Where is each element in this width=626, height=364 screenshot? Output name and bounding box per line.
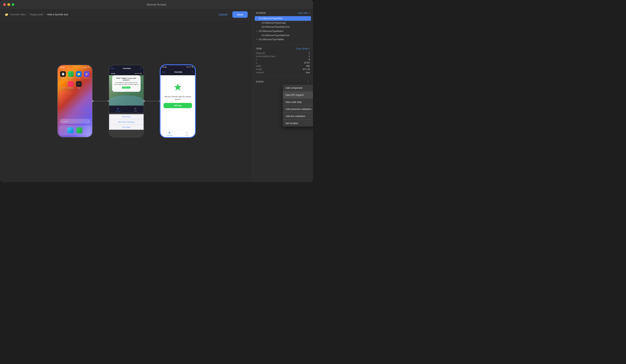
titlebar: Bytesalt Runpad	[0, 0, 313, 9]
phone2-title: Favorites	[123, 67, 131, 69]
phone-2[interactable]: Edit Favorites + 12:42 ●●● WiFi 🔋	[109, 65, 144, 137]
app-empty	[84, 81, 89, 89]
connector-dot-left-1	[92, 100, 94, 102]
phone2-tab-favorites[interactable]: ★ Favorites	[116, 107, 120, 112]
context-menu-separator-2	[283, 98, 313, 99]
item-section-header: ITEM Copy XPath ▾	[256, 47, 310, 50]
context-menu-separator-1	[283, 91, 313, 92]
prop-height: height 671.33	[256, 68, 310, 70]
phone1-app-grid-row2: Freeform WebOver.. H	[58, 80, 92, 90]
screen-section-header: SCREEN Copy XML ▾	[256, 12, 310, 14]
phone2-allow-once[interactable]: Allow Once	[109, 114, 144, 120]
xml-item-0[interactable]: ▼ XCUIElementTypeOther	[255, 16, 311, 21]
phone3-tab-favorites[interactable]: ★ Favorites	[167, 131, 173, 136]
xml-item-4[interactable]: XCUIElementTypeStaticText	[256, 33, 310, 38]
phone2-permission-popup: Allow "Alight" to use your location? You…	[112, 75, 141, 92]
close-button[interactable]	[3, 3, 6, 6]
breadcrumb-part2[interactable]: Happy path	[30, 13, 43, 16]
phone2-content: Edit Favorites + 12:42 ●●● WiFi 🔋	[109, 65, 144, 137]
phone2-dont-allow[interactable]: Don't Allow	[109, 125, 144, 130]
app-alight: H Alight	[76, 81, 82, 89]
main-layout: 📁 Favorite rides / Happy path / Add a fa…	[0, 9, 313, 182]
copy-xml-label: Copy XML	[298, 12, 308, 14]
phone3-tab-stops[interactable]: ⊙ Stops	[185, 131, 189, 136]
connector-dot-left-2	[143, 100, 145, 102]
app-shortcuts: ⚡ Shortcuts	[84, 71, 89, 79]
save-button[interactable]: Save	[232, 11, 248, 18]
context-menu-add-presence-validation[interactable]: Add presence validation	[283, 106, 313, 112]
popup-title: Allow "Alight" to use your location?	[114, 77, 139, 81]
prop-horizontalsizeclass: horizontalSizeClass 1	[256, 55, 310, 57]
connector-2	[144, 101, 160, 101]
breadcrumb-sep2: /	[45, 13, 45, 16]
phone2-allow-while-using[interactable]: Allow While Using App	[109, 120, 144, 125]
star-icon: ★	[173, 81, 182, 93]
phone3-content: 12:45 ●●● WiFi 🔋 Edit Favorites	[160, 65, 195, 137]
phone1-dock	[59, 125, 91, 135]
xml-item-3[interactable]: ▼ XCUIElementTypeButton	[256, 29, 310, 33]
prop-y: y 97.67	[256, 62, 310, 64]
item-section: ITEM Copy XPath ▾ displayID 1 horizontal…	[253, 44, 313, 77]
context-menu-add-text-validation[interactable]: Add text validation	[283, 113, 313, 120]
breadcrumb-part1[interactable]: Favorite rides	[10, 13, 26, 16]
steps-section: STEPS ⋮ Add component New API request Ne…	[253, 77, 313, 182]
context-menu: Add component New API request New code s…	[283, 85, 313, 126]
xml-item-1[interactable]: XCUIElementTypeImage	[256, 21, 310, 25]
favorites-empty-text: Add your favorite rides for quicker acce…	[163, 95, 192, 100]
context-menu-new-api-request[interactable]: New API request	[283, 92, 313, 98]
header-bar: 📁 Favorite rides / Happy path / Add a fa…	[0, 9, 252, 20]
xml-tree: ▼ XCUIElementTypeOther XCUIElementTypeIm…	[256, 16, 310, 41]
xml-item-2[interactable]: XCUIElementTypeStaticText	[256, 25, 310, 29]
phone3-edit: Edit	[162, 71, 165, 73]
context-menu-separator-4	[283, 113, 313, 113]
minimize-button[interactable]	[7, 3, 10, 6]
phone1-statusbar: 12:41 ▲ WiFi 🔋	[58, 65, 92, 70]
phone2-edit: Edit	[111, 68, 114, 69]
context-menu-new-code-step[interactable]: New code step	[283, 99, 313, 105]
phone-3[interactable]: 12:45 ●●● WiFi 🔋 Edit Favorites	[160, 65, 196, 137]
right-panel: SCREEN Copy XML ▾ ▼ XCUIElementTypeOther…	[252, 9, 313, 182]
chevron-down-icon-2: ▾	[309, 48, 310, 50]
item-section-title: ITEM	[256, 47, 262, 50]
map-water	[109, 95, 144, 106]
app-contacts: Contacts	[68, 71, 74, 79]
app-files: 📁 Files	[76, 71, 82, 79]
xml-item-5[interactable]: ▼ XCUIElementTypeTabBar	[256, 37, 310, 41]
steps-expand-icon[interactable]: ⋮	[306, 80, 310, 84]
phone1-search[interactable]: 🔍 Search	[60, 119, 90, 124]
app-weboverview: WebOver..	[68, 81, 74, 89]
dock-safari[interactable]	[67, 127, 74, 133]
phone-1[interactable]: 12:41 ▲ WiFi 🔋	[57, 65, 93, 137]
copy-xml-button[interactable]: Copy XML ▾	[298, 12, 310, 14]
cancel-button[interactable]: Cancel	[216, 12, 230, 17]
content-area: 📁 Favorite rides / Happy path / Add a fa…	[0, 9, 252, 182]
add-stop-button[interactable]: Add Stop	[163, 103, 192, 108]
precise-badge: Precise: On	[122, 86, 130, 89]
header-actions: Cancel Save	[216, 11, 248, 18]
phone3-title: Favorites	[174, 71, 182, 73]
connector-line-1	[93, 101, 109, 101]
app-freeform: Freeform	[60, 81, 66, 89]
steps-title: STEPS	[256, 81, 264, 83]
phone1-time: 12:41	[60, 66, 65, 68]
folder-icon: 📁	[5, 13, 8, 16]
phone2-statusbar: 12:42 ●●● WiFi 🔋	[109, 72, 144, 75]
phone2-tab-stops[interactable]: ⊙ Stops	[134, 107, 137, 112]
phone2-plus: +	[140, 67, 141, 70]
copy-xpath-button[interactable]: Copy XPath ▾	[296, 47, 310, 50]
maximize-button[interactable]	[12, 3, 14, 6]
app-window: Bytesalt Runpad 📁 Favorite rides / Happy…	[0, 0, 313, 182]
chevron-down-icon: ▾	[309, 12, 310, 14]
phone3-statusbar: 12:45 ●●● WiFi 🔋	[160, 65, 195, 69]
context-menu-add-component[interactable]: Add component	[283, 85, 313, 91]
breadcrumb: 📁 Favorite rides / Happy path / Add a fa…	[5, 13, 216, 16]
phone3-plus: +	[191, 71, 193, 74]
popup-precise: Precise: On	[114, 86, 139, 89]
canvas-area: 12:41 ▲ WiFi 🔋	[0, 20, 252, 182]
context-menu-set-location[interactable]: Set location	[283, 120, 313, 126]
dock-messages[interactable]	[77, 127, 82, 133]
connector-1	[93, 101, 109, 101]
item-properties: displayID 1 horizontalSizeClass 1 x 0 y …	[256, 52, 310, 74]
phone3-body: ★ Add your favorite rides for quicker ac…	[160, 75, 195, 110]
window-title: Bytesalt Runpad	[147, 3, 166, 6]
